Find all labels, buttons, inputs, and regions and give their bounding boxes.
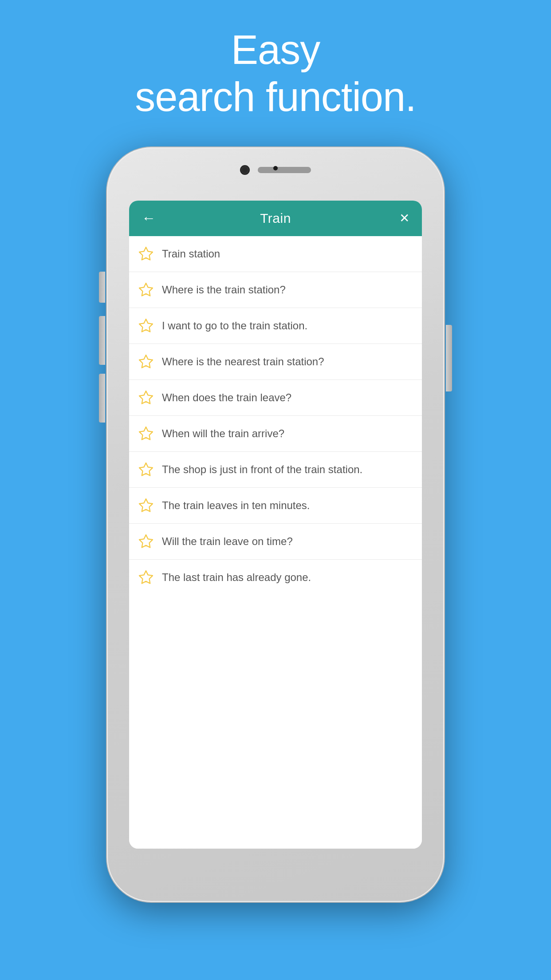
phone-screen: ← Train ✕ Train station [129, 201, 422, 849]
list-item[interactable]: The shop is just in front of the train s… [129, 452, 422, 488]
svg-marker-5 [139, 427, 153, 440]
item-text: When does the train leave? [162, 391, 291, 404]
list-item[interactable]: Train station [129, 236, 422, 272]
front-camera [240, 165, 250, 175]
list-item[interactable]: I want to go to the train station. [129, 308, 422, 344]
star-icon[interactable] [138, 498, 154, 514]
list-item[interactable]: When does the train leave? [129, 380, 422, 416]
star-icon[interactable] [138, 426, 154, 442]
item-text: The shop is just in front of the train s… [162, 462, 362, 476]
item-text: I want to go to the train station. [162, 319, 307, 332]
speaker-grill [258, 167, 311, 173]
svg-marker-0 [139, 247, 153, 260]
svg-marker-6 [139, 463, 153, 476]
volume-up-button [99, 316, 105, 365]
close-button[interactable]: ✕ [392, 211, 409, 225]
star-icon[interactable] [138, 390, 154, 406]
svg-marker-2 [139, 319, 153, 332]
list-item[interactable]: Will the train leave on time? [129, 524, 422, 560]
item-text: Train station [162, 247, 220, 261]
page-title: Easy search function. [135, 27, 416, 121]
list-item[interactable]: The train leaves in ten minutes. [129, 488, 422, 524]
svg-marker-1 [139, 283, 153, 296]
list-item[interactable]: When will the train arrive? [129, 416, 422, 452]
svg-marker-3 [139, 355, 153, 368]
list-item[interactable]: Where is the nearest train station? [129, 344, 422, 380]
item-text: Will the train leave on time? [162, 534, 293, 548]
phone-mockup: ← Train ✕ Train station [107, 147, 444, 902]
power-button [446, 325, 452, 391]
volume-down-button [99, 374, 105, 423]
phrase-list: Train station Where is the train station… [129, 236, 422, 849]
star-icon[interactable] [138, 246, 154, 262]
svg-marker-8 [139, 535, 153, 548]
star-icon[interactable] [138, 282, 154, 298]
item-text: Where is the nearest train station? [162, 355, 324, 368]
star-icon[interactable] [138, 569, 154, 585]
svg-marker-4 [139, 391, 153, 404]
item-text: The last train has already gone. [162, 570, 311, 584]
mute-button [99, 272, 105, 303]
header-title: Train [260, 211, 291, 226]
svg-marker-7 [139, 499, 153, 512]
list-item[interactable]: The last train has already gone. [129, 560, 422, 595]
list-item[interactable]: Where is the train station? [129, 272, 422, 308]
star-icon[interactable] [138, 318, 154, 334]
sensor [273, 166, 278, 170]
star-icon[interactable] [138, 462, 154, 478]
star-icon[interactable] [138, 354, 154, 370]
app-header: ← Train ✕ [129, 201, 422, 236]
item-text: Where is the train station? [162, 283, 286, 296]
svg-marker-9 [139, 571, 153, 584]
phone-shell: ← Train ✕ Train station [107, 147, 444, 902]
item-text: When will the train arrive? [162, 427, 284, 440]
item-text: The train leaves in ten minutes. [162, 498, 310, 512]
star-icon[interactable] [138, 533, 154, 549]
back-button[interactable]: ← [142, 210, 159, 226]
